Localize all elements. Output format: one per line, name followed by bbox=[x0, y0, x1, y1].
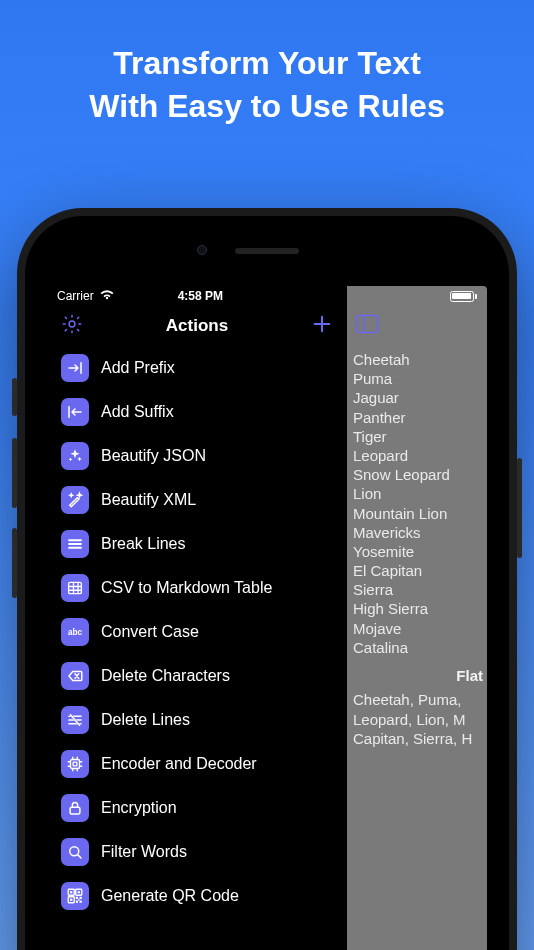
search-doc-icon bbox=[61, 838, 89, 866]
svg-rect-16 bbox=[78, 899, 80, 901]
preview-line: Lion bbox=[353, 484, 481, 503]
preview-line: Mountain Lion bbox=[353, 504, 481, 523]
action-row-convert-case[interactable]: abcConvert Case bbox=[47, 610, 347, 654]
preview-line: Mojave bbox=[353, 619, 481, 638]
wifi-icon bbox=[100, 289, 114, 303]
svg-rect-12 bbox=[70, 899, 72, 901]
svg-rect-14 bbox=[80, 897, 82, 899]
action-row-encoder-decoder[interactable]: Encoder and Decoder bbox=[47, 742, 347, 786]
arrow-in-left-icon bbox=[61, 398, 89, 426]
action-row-encryption[interactable]: Encryption bbox=[47, 786, 347, 830]
lock-icon bbox=[61, 794, 89, 822]
promo-line-2: With Easy to Use Rules bbox=[24, 85, 510, 128]
action-row-delete-chars[interactable]: Delete Characters bbox=[47, 654, 347, 698]
action-label: Break Lines bbox=[101, 535, 186, 553]
action-label: Convert Case bbox=[101, 623, 199, 641]
action-label: Add Prefix bbox=[101, 359, 175, 377]
action-row-csv-md[interactable]: CSV to Markdown Table bbox=[47, 566, 347, 610]
svg-rect-13 bbox=[76, 897, 78, 899]
table-icon bbox=[61, 574, 89, 602]
action-row-delete-lines[interactable]: Delete Lines bbox=[47, 698, 347, 742]
action-row-filter-words[interactable]: Filter Words bbox=[47, 830, 347, 874]
nav-title: Actions bbox=[166, 316, 228, 336]
preview-line: Jaguar bbox=[353, 388, 481, 407]
svg-rect-15 bbox=[76, 901, 78, 903]
battery-icon bbox=[450, 291, 478, 302]
sparkle-icon bbox=[61, 442, 89, 470]
svg-text:abc: abc bbox=[68, 628, 83, 637]
delete-back-icon bbox=[61, 662, 89, 690]
preview-line: High Sierra bbox=[353, 599, 481, 618]
action-row-break-lines[interactable]: Break Lines bbox=[47, 522, 347, 566]
action-label: Beautify JSON bbox=[101, 447, 206, 465]
mute-switch bbox=[12, 378, 17, 416]
arrow-in-right-icon bbox=[61, 354, 89, 382]
nav-bar: Actions bbox=[47, 306, 347, 346]
qr-icon bbox=[61, 882, 89, 910]
action-label: Beautify XML bbox=[101, 491, 196, 509]
carrier-label: Carrier bbox=[57, 289, 94, 303]
power-button bbox=[517, 458, 522, 558]
front-camera bbox=[197, 245, 207, 255]
action-label: Encoder and Decoder bbox=[101, 755, 257, 773]
preview-line: Tiger bbox=[353, 427, 481, 446]
abc-icon: abc bbox=[61, 618, 89, 646]
svg-rect-1 bbox=[69, 582, 82, 593]
action-label: Generate QR Code bbox=[101, 887, 239, 905]
svg-point-0 bbox=[69, 321, 75, 327]
volume-up-button bbox=[12, 438, 17, 508]
svg-rect-10 bbox=[78, 891, 80, 893]
preview-line: Panther bbox=[353, 408, 481, 427]
action-label: Encryption bbox=[101, 799, 177, 817]
action-label: Add Suffix bbox=[101, 403, 174, 421]
actions-list: Add PrefixAdd SuffixBeautify JSONBeautif… bbox=[47, 346, 347, 950]
sidebar-toggle-icon[interactable] bbox=[355, 314, 379, 338]
action-row-beautify-xml[interactable]: Beautify XML bbox=[47, 478, 347, 522]
action-row-qr[interactable]: Generate QR Code bbox=[47, 874, 347, 918]
preview-wrapped: Cheetah, Puma, Leopard, Lion, M Capitan,… bbox=[347, 690, 487, 749]
svg-rect-17 bbox=[80, 901, 82, 903]
screen: Carrier 4:58 PM Actions bbox=[47, 286, 487, 950]
plus-icon[interactable] bbox=[311, 313, 333, 339]
preview-lines: CheetahPumaJaguarPantherTigerLeopardSnow… bbox=[347, 346, 487, 657]
preview-line: Leopard bbox=[353, 446, 481, 465]
svg-rect-8 bbox=[70, 891, 72, 893]
status-bar: Carrier 4:58 PM bbox=[47, 286, 347, 306]
action-label: Delete Lines bbox=[101, 711, 190, 729]
svg-rect-18 bbox=[357, 316, 378, 333]
preview-line: Yosemite bbox=[353, 542, 481, 561]
lines-strike-icon bbox=[61, 706, 89, 734]
preview-line: Mavericks bbox=[353, 523, 481, 542]
speaker-grille bbox=[235, 248, 299, 254]
action-row-add-prefix[interactable]: Add Prefix bbox=[47, 346, 347, 390]
action-row-beautify-json[interactable]: Beautify JSON bbox=[47, 434, 347, 478]
preview-line: El Capitan bbox=[353, 561, 481, 580]
promo-title: Transform Your Text With Easy to Use Rul… bbox=[0, 0, 534, 128]
action-label: CSV to Markdown Table bbox=[101, 579, 272, 597]
action-row-add-suffix[interactable]: Add Suffix bbox=[47, 390, 347, 434]
wand-icon bbox=[61, 486, 89, 514]
action-label: Filter Words bbox=[101, 843, 187, 861]
svg-rect-4 bbox=[73, 762, 77, 766]
gear-icon[interactable] bbox=[61, 313, 83, 339]
preview-line: Sierra bbox=[353, 580, 481, 599]
preview-nav bbox=[347, 306, 487, 346]
preview-line: Cheetah bbox=[353, 350, 481, 369]
svg-rect-3 bbox=[71, 760, 80, 769]
phone-frame: Carrier 4:58 PM Actions bbox=[17, 208, 517, 950]
svg-rect-5 bbox=[70, 807, 80, 814]
lines-icon bbox=[61, 530, 89, 558]
preview-line: Puma bbox=[353, 369, 481, 388]
action-label: Delete Characters bbox=[101, 667, 230, 685]
actions-pane: Carrier 4:58 PM Actions bbox=[47, 286, 347, 950]
preview-line: Catalina bbox=[353, 638, 481, 657]
chip-icon bbox=[61, 750, 89, 778]
promo-line-1: Transform Your Text bbox=[24, 42, 510, 85]
volume-down-button bbox=[12, 528, 17, 598]
status-time: 4:58 PM bbox=[178, 289, 223, 303]
preview-divider-label: Flat bbox=[347, 667, 487, 684]
preview-line: Snow Leopard bbox=[353, 465, 481, 484]
preview-pane: CheetahPumaJaguarPantherTigerLeopardSnow… bbox=[347, 286, 487, 950]
status-bar-right bbox=[347, 286, 487, 306]
